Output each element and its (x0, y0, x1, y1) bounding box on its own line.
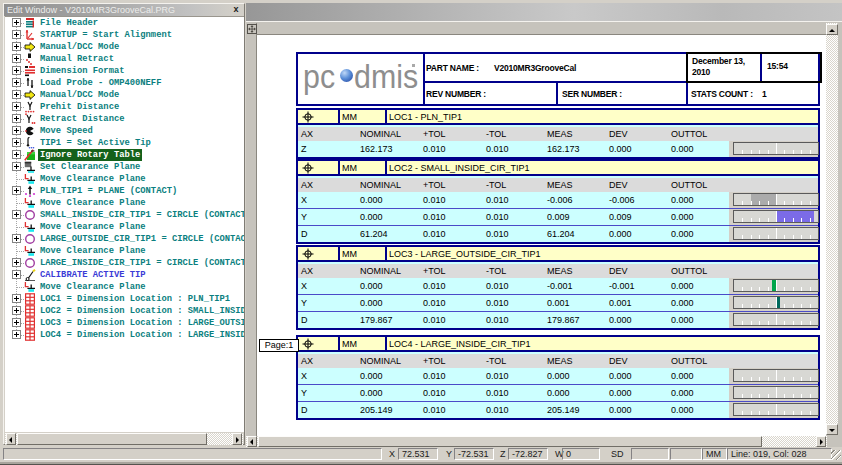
expand-plus-icon[interactable] (12, 270, 21, 279)
tree-item[interactable]: Manual Retract (5, 53, 244, 65)
close-icon[interactable]: x (230, 4, 242, 16)
bar-tick (742, 394, 743, 398)
scroll-left-button[interactable] (6, 433, 16, 445)
expand-plus-icon[interactable] (12, 102, 21, 111)
bar-tick (810, 411, 811, 415)
bar-center-line (776, 280, 777, 291)
move-handle-icon[interactable] (247, 24, 257, 34)
tree-item[interactable]: STARTUP = Start Alignment (5, 29, 244, 41)
sd-label: SD (611, 448, 624, 460)
tree-item[interactable]: Manual/DCC Mode (5, 89, 244, 101)
minus-tol-cell: 0.010 (486, 295, 509, 311)
arrow-right-icon (820, 439, 823, 445)
tree-item[interactable]: Set Clearance Plane (5, 161, 244, 173)
scroll-down-button[interactable] (826, 424, 838, 435)
scroll-right-button[interactable] (232, 433, 242, 445)
expand-plus-icon[interactable] (12, 18, 21, 27)
meas-cell: -0.001 (547, 278, 573, 294)
edit-window-hscrollbar[interactable] (5, 433, 243, 445)
tree-item[interactable]: Move Clearance Plane (5, 281, 244, 293)
tree-item[interactable]: Prehit Distance (5, 101, 244, 113)
units-pane: MM (702, 448, 727, 460)
expand-plus-icon[interactable] (12, 294, 21, 303)
bar-tick (751, 201, 752, 205)
bar-tick (793, 150, 794, 154)
units-cell: MM (342, 110, 357, 125)
expand-plus-icon[interactable] (12, 162, 21, 171)
tree-item[interactable]: LOC1 = Dimension Location : PLN_TIP1 (5, 293, 244, 305)
tree-item[interactable]: LOC3 = Dimension Location : LARGE_OUTSI (5, 317, 244, 329)
tree-item[interactable]: LOC4 = Dimension Location : LARGE_INSID (5, 329, 244, 341)
tree-item[interactable]: Manual/DCC Mode (5, 41, 244, 53)
expand-plus-icon[interactable] (12, 66, 21, 75)
tree-item[interactable]: Move Clearance Plane (5, 221, 244, 233)
resize-grip[interactable] (831, 450, 841, 460)
expand-plus-icon[interactable] (12, 138, 21, 147)
bar-tick (768, 287, 769, 291)
bar-panel (729, 209, 818, 225)
report-vscrollbar[interactable] (826, 23, 838, 435)
divider (385, 110, 387, 125)
expand-plus-icon[interactable] (12, 330, 21, 339)
tree-item-label: Dimension Format (38, 65, 126, 77)
expand-plus-icon[interactable] (12, 90, 21, 99)
column-header: -TOL (486, 354, 506, 368)
column-header: AX (301, 127, 313, 141)
tree-item[interactable]: CALIBRATE ACTIVE TIP (5, 269, 244, 281)
expand-plus-icon[interactable] (12, 150, 21, 159)
tree-item[interactable]: LOC2 = Dimension Location : SMALL_INSID (5, 305, 244, 317)
expand-plus-icon[interactable] (12, 210, 21, 219)
tree-item[interactable]: File Header (5, 17, 244, 29)
expand-plus-icon[interactable] (12, 114, 21, 123)
expand-plus-icon[interactable] (12, 306, 21, 315)
tree-item[interactable]: LARGE_INSIDE_CIR_TIP1 = CIRCLE (CONTACT (5, 257, 244, 269)
edit-window-titlebar[interactable]: Edit Window - V2010MR3GrooveCal.PRG (4, 4, 244, 16)
expand-plus-icon[interactable] (12, 54, 21, 63)
bar-panel (729, 385, 818, 401)
expand-plus-icon[interactable] (12, 186, 21, 195)
tree-item[interactable]: Move Clearance Plane (5, 173, 244, 185)
dev-cell: -0.006 (609, 192, 635, 208)
expand-plus-icon[interactable] (12, 78, 21, 87)
plus-tol-cell: 0.010 (423, 141, 446, 157)
tree-item[interactable]: Move Speed (5, 125, 244, 137)
tree-item-label: Manual Retract (38, 53, 116, 65)
expand-plus-icon[interactable] (12, 318, 21, 327)
tree-item[interactable]: PLN_TIP1 = PLANE (CONTACT) (5, 185, 244, 197)
tree-item[interactable]: LARGE_OUTSIDE_CIR_TIP1 = CIRCLE (CONTAC (5, 233, 244, 245)
report-window-titlebar[interactable] (246, 3, 842, 21)
bar-center-line (776, 228, 777, 239)
scroll-thumb[interactable] (17, 433, 207, 445)
bar-tick (768, 150, 769, 154)
scroll-up-button[interactable] (826, 24, 838, 35)
expand-plus-icon[interactable] (12, 234, 21, 243)
tree-item[interactable]: Ignore Rotary Table (5, 149, 244, 161)
report-top-frame (246, 23, 826, 35)
scroll-thumb[interactable] (258, 436, 762, 447)
scroll-left-button[interactable] (247, 436, 257, 447)
column-header: DEV (609, 264, 628, 278)
feature-header-row: MMLOC3 - LARGE_OUTSIDE_CIR_TIP1 (298, 247, 818, 262)
report-hscrollbar[interactable] (246, 436, 827, 447)
plus-tol-cell: 0.010 (423, 295, 446, 311)
minus-tol-cell: 0.010 (486, 368, 509, 384)
outtol-cell: 0.000 (671, 141, 694, 157)
plus-tol-cell: 0.010 (423, 278, 446, 294)
tree-item-label: TIP1 = Set Active Tip (38, 137, 153, 149)
tree-item[interactable]: SMALL_INSIDE_CIR_TIP1 = CIRCLE (CONTACT (5, 209, 244, 221)
expand-plus-icon[interactable] (12, 30, 21, 39)
expand-plus-icon[interactable] (12, 126, 21, 135)
tree-item[interactable]: Move Clearance Plane (5, 197, 244, 209)
tree-item[interactable]: Retract Distance (5, 113, 244, 125)
scroll-right-button[interactable] (816, 436, 826, 447)
bar-tick (742, 287, 743, 291)
tree-item[interactable]: Load Probe - OMP400NEFF (5, 77, 244, 89)
bar-tick (742, 150, 743, 154)
edit-window: Edit Window - V2010MR3GrooveCal.PRG x Fi… (3, 3, 245, 445)
tree-item[interactable]: Move Clearance Plane (5, 245, 244, 257)
tree-item[interactable]: Dimension Format (5, 65, 244, 77)
tree-item[interactable]: TIP1 = Set Active Tip (5, 137, 244, 149)
expand-plus-icon[interactable] (12, 42, 21, 51)
expand-plus-icon[interactable] (12, 258, 21, 267)
outtol-cell: 0.000 (671, 226, 694, 242)
